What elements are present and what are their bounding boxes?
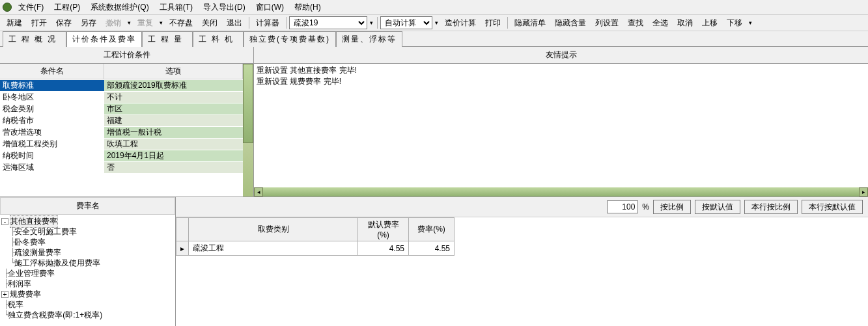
cond-opt[interactable]: 吹填工程 — [104, 139, 243, 150]
by-default-button[interactable]: 按默认值 — [695, 200, 740, 214]
print-button[interactable]: 打印 — [481, 16, 505, 30]
tree-node-other-direct[interactable]: - 其他直接费率 — [1, 216, 174, 226]
tab-material[interactable]: 工料机 — [193, 31, 244, 47]
condition-row[interactable]: 税金类别 市区 — [0, 103, 243, 115]
expand-icon[interactable]: + — [1, 291, 8, 298]
tab-overview[interactable]: 工程概况 — [3, 31, 66, 47]
by-ratio-button[interactable]: 按比例 — [653, 200, 691, 214]
redo-dropdown-icon[interactable]: ▾ — [158, 20, 164, 26]
condition-row[interactable]: 取费标准 部颁疏浚2019取费标准 — [0, 79, 243, 91]
close-button[interactable]: 关闭 — [198, 16, 221, 30]
cond-opt[interactable]: 增值税一般计税 — [104, 127, 243, 138]
tab-qty[interactable]: 工程量 — [142, 31, 193, 47]
project-combo[interactable]: 疏浚19 — [289, 16, 367, 29]
new-button[interactable]: 新建 — [3, 16, 26, 30]
open-button[interactable]: 打开 — [27, 16, 51, 30]
calc-dropdown-icon[interactable]: ▾ — [434, 20, 440, 26]
more-dropdown-icon[interactable]: ▾ — [748, 20, 753, 26]
rate-row[interactable]: ▸ 疏浚工程 4.55 4.55 — [176, 241, 455, 256]
calculator-button[interactable]: 计算器 — [252, 16, 283, 30]
rate-tree[interactable]: - 其他直接费率 ├ 安全文明施工费率 ├ 卧冬费率 ├ 疏浚测量费率 └ 施工… — [0, 215, 175, 326]
col-fee-category[interactable]: 取费类别 — [189, 218, 358, 241]
tree-node-regulation[interactable]: + 规费费率 — [1, 289, 174, 299]
cond-opt[interactable]: 福建 — [104, 115, 243, 126]
condition-row[interactable]: 纳税省市 福建 — [0, 115, 243, 126]
scrollbar-thumb[interactable] — [243, 64, 253, 143]
collapse-icon[interactable]: - — [1, 218, 8, 225]
selall-button[interactable]: 全选 — [649, 16, 672, 30]
tree-node-profit[interactable]: ├ 利润率 — [1, 278, 174, 289]
calc-mode-combo[interactable]: 自动计算 — [380, 16, 432, 29]
tree-node-dredge[interactable]: ├ 疏浚测量费率 — [1, 247, 174, 258]
vertical-scrollbar[interactable] — [243, 64, 253, 197]
undo-button[interactable]: 撤销 — [102, 16, 125, 30]
percent-input[interactable] — [607, 200, 638, 213]
save-button[interactable]: 保存 — [52, 16, 76, 30]
scroll-left-icon[interactable]: ◂ — [254, 187, 263, 197]
condition-row[interactable]: 远海区域 否 — [0, 161, 243, 173]
cond-name: 税金类别 — [0, 103, 104, 115]
scroll-right-icon[interactable]: ▸ — [859, 187, 868, 197]
costcalc-button[interactable]: 造价计算 — [441, 16, 480, 30]
hidecontent-button[interactable]: 隐藏含量 — [551, 16, 590, 30]
condition-row[interactable]: 增值税工程类别 吹填工程 — [0, 138, 243, 150]
col-default-rate[interactable]: 默认费率(%) — [358, 218, 409, 241]
log-textarea[interactable]: 重新设置 其他直接费率 完毕! 重新设置 规费费率 完毕! ◂ ▸ — [254, 64, 868, 197]
colset-button[interactable]: 列设置 — [591, 16, 623, 30]
exit-button[interactable]: 退出 — [223, 16, 246, 30]
cond-opt[interactable]: 市区 — [104, 103, 243, 115]
cond-name: 远海区域 — [0, 162, 104, 173]
horizontal-scrollbar[interactable]: ◂ ▸ — [254, 187, 868, 197]
cond-opt[interactable]: 否 — [104, 162, 243, 173]
find-button[interactable]: 查找 — [624, 16, 647, 30]
condition-row[interactable]: 卧冬地区 不计 — [0, 91, 243, 103]
menu-file[interactable]: 文件(F) — [14, 1, 48, 14]
tabbar: 工程概况 计价条件及费率 工程量 工料机 独立费(专项费基数) 测量、浮标等 — [0, 31, 868, 47]
condition-row[interactable]: 营改增选项 增值税一般计税 — [0, 126, 243, 138]
cond-name: 卧冬地区 — [0, 92, 104, 103]
tree-node-enterprise[interactable]: ├ 企业管理费率 — [1, 268, 174, 278]
row-ratio-button[interactable]: 本行按比例 — [744, 200, 798, 214]
tree-label: 规费费率 — [10, 289, 41, 300]
cond-name: 取费标准 — [0, 80, 104, 91]
moveup-button[interactable]: 上移 — [698, 16, 721, 30]
condition-row[interactable]: 纳税时间 2019年4月1日起 — [0, 150, 243, 161]
hidelist-button[interactable]: 隐藏清单 — [511, 16, 550, 30]
cancel-button[interactable]: 取消 — [673, 16, 697, 30]
nosave-button[interactable]: 不存盘 — [165, 16, 197, 30]
menu-help[interactable]: 帮助(H) — [290, 1, 325, 14]
row-default-button[interactable]: 本行按默认值 — [802, 200, 863, 214]
cell-category[interactable]: 疏浚工程 — [189, 241, 358, 256]
tree-label: 企业管理费率 — [8, 268, 55, 279]
menu-importexport[interactable]: 导入导出(D) — [199, 1, 249, 14]
project-dropdown-icon[interactable]: ▾ — [369, 20, 374, 26]
col-rate[interactable]: 费率(%) — [409, 218, 455, 241]
tree-node-winter[interactable]: ├ 卧冬费率 — [1, 237, 174, 247]
cell-default-rate[interactable]: 4.55 — [358, 241, 409, 256]
rate-panel: % 按比例 按默认值 本行按比例 本行按默认值 取费类别 默认费率(%) 费率(… — [176, 197, 868, 326]
cell-rate[interactable]: 4.55 — [409, 241, 455, 256]
tree-node-float[interactable]: └ 施工浮标抛撒及使用费率 — [1, 258, 174, 268]
rate-grid[interactable]: 取费类别 默认费率(%) 费率(%) ▸ 疏浚工程 4.55 4.55 — [176, 217, 868, 256]
cond-opt[interactable]: 部颁疏浚2019取费标准 — [104, 80, 243, 91]
col-condition-name[interactable]: 条件名 — [0, 64, 104, 79]
saveas-button[interactable]: 另存 — [77, 16, 100, 30]
tab-indep[interactable]: 独立费(专项费基数) — [244, 31, 336, 47]
menu-toolbox[interactable]: 工具箱(T) — [156, 1, 197, 14]
menu-sysdata[interactable]: 系统数据维护(Q) — [87, 1, 152, 14]
redo-button[interactable]: 重复 — [133, 16, 157, 30]
tab-survey[interactable]: 测量、浮标等 — [336, 31, 402, 47]
tree-node-tax[interactable]: ├ 税率 — [1, 299, 174, 310]
cond-opt[interactable]: 不计 — [104, 92, 243, 103]
tree-node-indep-tax[interactable]: └ 独立费含税费率(即:1+税率) — [1, 310, 174, 320]
undo-dropdown-icon[interactable]: ▾ — [126, 20, 132, 26]
menu-window[interactable]: 窗口(W) — [252, 1, 288, 14]
conditions-table[interactable]: 条件名 选项 取费标准 部颁疏浚2019取费标准 卧冬地区 不计 税金类别 市区… — [0, 64, 243, 197]
tab-pricing[interactable]: 计价条件及费率 — [66, 31, 142, 47]
tree-node-safe[interactable]: ├ 安全文明施工费率 — [1, 226, 174, 237]
col-condition-option[interactable]: 选项 — [104, 64, 243, 79]
movedown-button[interactable]: 下移 — [723, 16, 746, 30]
menu-project[interactable]: 工程(P) — [50, 1, 84, 14]
hints-panel: 友情提示 重新设置 其他直接费率 完毕! 重新设置 规费费率 完毕! ◂ ▸ — [254, 47, 868, 197]
cond-opt[interactable]: 2019年4月1日起 — [104, 150, 243, 161]
